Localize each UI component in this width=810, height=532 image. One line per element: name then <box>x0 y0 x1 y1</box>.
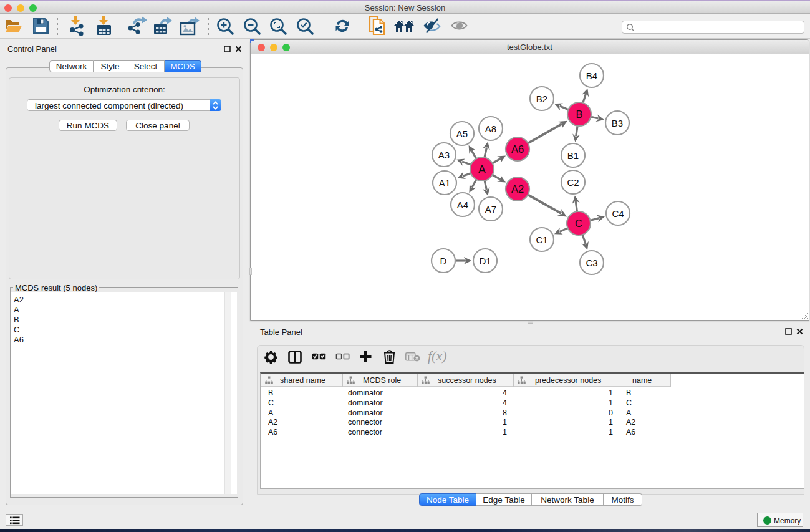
svg-text:A2: A2 <box>511 183 524 195</box>
svg-text:D1: D1 <box>479 256 491 266</box>
svg-text:A: A <box>478 163 486 176</box>
svg-text:B3: B3 <box>612 118 623 128</box>
svg-text:A4: A4 <box>457 200 468 210</box>
svg-text:C4: C4 <box>612 208 624 219</box>
svg-text:A6: A6 <box>511 143 524 155</box>
svg-text:A3: A3 <box>438 150 450 160</box>
svg-text:C3: C3 <box>586 258 597 268</box>
svg-text:B: B <box>576 109 582 120</box>
svg-text:A1: A1 <box>439 178 450 188</box>
svg-text:B4: B4 <box>586 70 597 81</box>
svg-text:D: D <box>440 256 447 266</box>
svg-text:B1: B1 <box>567 150 579 161</box>
svg-text:C1: C1 <box>536 235 547 245</box>
svg-text:A8: A8 <box>485 123 496 134</box>
svg-text:A5: A5 <box>456 128 468 139</box>
svg-text:C2: C2 <box>567 177 579 188</box>
svg-text:B2: B2 <box>536 94 547 104</box>
svg-text:C: C <box>575 218 582 229</box>
svg-text:A7: A7 <box>485 204 496 215</box>
